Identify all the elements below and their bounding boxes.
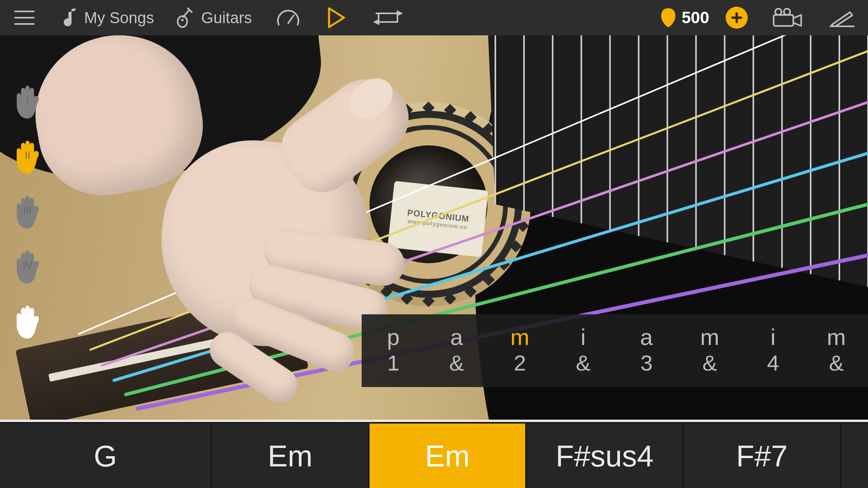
hand-position-3[interactable]: III xyxy=(8,189,47,232)
coins-button[interactable]: 500 xyxy=(649,0,759,35)
svg-line-5 xyxy=(288,15,294,23)
finger-pattern-col[interactable]: p1 xyxy=(362,314,425,387)
hand-position-5[interactable] xyxy=(8,299,47,342)
loop-icon xyxy=(373,9,404,27)
finger-pattern-col[interactable]: i& xyxy=(552,314,615,387)
chord-bar: GEmEmF#sus4F#7Bm xyxy=(0,422,868,488)
finger-pattern-col[interactable]: i4 xyxy=(741,314,805,387)
chord-button[interactable]: Bm xyxy=(841,422,868,488)
guitar-icon xyxy=(176,7,194,29)
my-songs-label: My Songs xyxy=(84,9,154,27)
tempo-button[interactable] xyxy=(263,0,313,35)
finger-pattern-col[interactable]: m& xyxy=(678,314,741,387)
svg-point-4 xyxy=(181,19,184,21)
finger-pattern-col[interactable]: a& xyxy=(425,314,488,387)
play-icon xyxy=(327,7,346,29)
finger-pattern-strip: p1a&m2i&a3m&i4m& xyxy=(362,314,868,387)
pencil-icon xyxy=(829,8,855,27)
finger-letter: m xyxy=(700,326,719,349)
beat-label: 1 xyxy=(387,350,399,376)
chord-button[interactable]: Em xyxy=(370,422,527,488)
chord-button[interactable]: Em xyxy=(212,422,370,488)
beat-label: & xyxy=(829,350,844,376)
edit-button[interactable] xyxy=(816,0,868,35)
plus-icon xyxy=(731,12,743,24)
hand-position-palette: IIIIIIIV xyxy=(8,79,47,342)
camera-button[interactable] xyxy=(759,0,816,35)
beat-label: 3 xyxy=(640,350,653,376)
hand-position-1[interactable]: I xyxy=(8,79,47,122)
chord-button[interactable]: F#7 xyxy=(684,422,841,488)
svg-point-3 xyxy=(178,16,187,27)
top-toolbar: My Songs Guitars xyxy=(0,0,868,35)
menu-button[interactable] xyxy=(0,0,49,35)
add-coins-button[interactable] xyxy=(726,7,748,29)
guitars-button[interactable]: Guitars xyxy=(165,0,263,35)
finger-pattern-col[interactable]: m& xyxy=(805,314,868,387)
finger-pattern-col[interactable]: m2 xyxy=(488,314,552,387)
my-songs-button[interactable]: My Songs xyxy=(49,0,165,35)
beat-label: & xyxy=(449,350,464,376)
speedometer-icon xyxy=(276,7,300,28)
beat-label: 2 xyxy=(514,350,526,376)
svg-point-8 xyxy=(775,9,782,15)
finger-letter: p xyxy=(387,326,399,349)
coin-count: 500 xyxy=(682,8,709,27)
hand-position-4[interactable]: IV xyxy=(8,244,47,287)
svg-point-9 xyxy=(784,9,790,15)
music-note-icon xyxy=(60,7,77,28)
hand-position-2[interactable]: II xyxy=(8,134,47,177)
finger-letter: i xyxy=(771,326,776,349)
beat-label: & xyxy=(576,350,590,376)
chord-button[interactable]: G xyxy=(0,422,212,488)
video-camera-icon xyxy=(772,8,803,28)
play-button[interactable] xyxy=(313,0,360,35)
finger-letter: a xyxy=(640,326,653,349)
finger-pattern-col[interactable]: a3 xyxy=(615,314,678,387)
coin-pick-icon xyxy=(660,7,676,28)
finger-letter: m xyxy=(510,326,529,349)
finger-letter: i xyxy=(581,326,586,349)
guitars-label: Guitars xyxy=(201,9,252,27)
beat-label: 4 xyxy=(767,350,779,376)
loop-button[interactable] xyxy=(360,0,417,35)
finger-letter: m xyxy=(827,326,846,349)
svg-rect-10 xyxy=(774,15,793,26)
beat-label: & xyxy=(702,350,717,376)
chord-button[interactable]: F#sus4 xyxy=(527,422,684,488)
finger-letter: a xyxy=(450,326,463,349)
